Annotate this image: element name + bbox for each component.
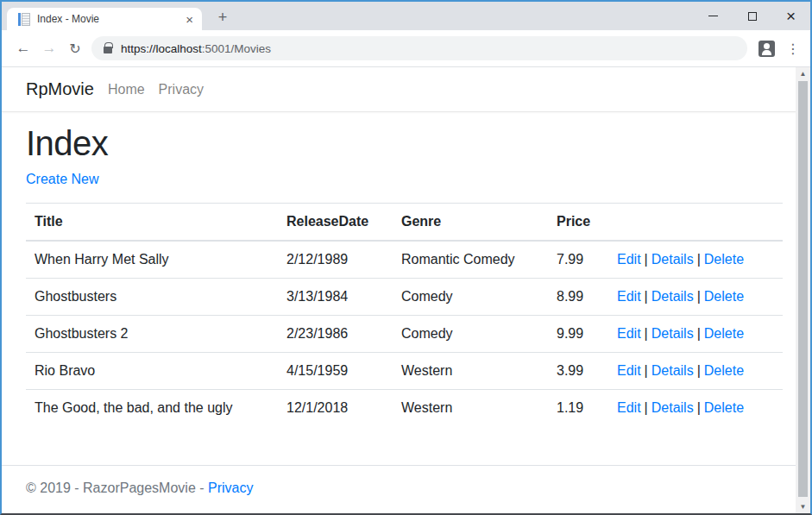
details-link[interactable]: Details xyxy=(651,400,694,415)
cell-price: 8.99 xyxy=(548,279,608,316)
link-separator: | xyxy=(697,326,701,341)
cell-release-date: 2/23/1986 xyxy=(278,316,393,353)
header-title: Title xyxy=(26,204,278,242)
maximize-icon xyxy=(748,12,757,21)
favicon-icon xyxy=(18,13,30,26)
window-controls: × xyxy=(694,2,810,30)
nav-link-privacy[interactable]: Privacy xyxy=(152,82,211,97)
browser-window: Index - Movie × + × ← → ↻ https://localh… xyxy=(0,0,812,515)
link-separator: | xyxy=(697,252,701,267)
table-row: When Harry Met Sally 2/12/1989 Romantic … xyxy=(26,241,783,279)
cell-price: 7.99 xyxy=(548,241,608,279)
lock-icon[interactable] xyxy=(104,47,112,53)
address-bar[interactable]: https://localhost:5001/Movies xyxy=(91,36,747,60)
tab-close-icon[interactable]: × xyxy=(186,13,193,26)
link-separator: | xyxy=(645,400,648,415)
cell-genre: Comedy xyxy=(393,316,548,353)
delete-link[interactable]: Delete xyxy=(704,326,744,341)
copyright-text: © 2019 - RazorPagesMovie - xyxy=(26,480,208,495)
header-release-date: ReleaseDate xyxy=(278,204,393,242)
browser-menu-icon[interactable]: ⋮ xyxy=(783,35,803,61)
vertical-scrollbar[interactable]: ▲ ▼ xyxy=(796,67,810,513)
link-separator: | xyxy=(697,363,701,378)
browser-tab[interactable]: Index - Movie × xyxy=(7,8,202,30)
site-footer: © 2019 - RazorPagesMovie - Privacy xyxy=(2,465,810,513)
cell-price: 9.99 xyxy=(548,316,608,353)
details-link[interactable]: Details xyxy=(651,326,694,341)
delete-link[interactable]: Delete xyxy=(704,363,744,378)
browser-titlebar[interactable]: Index - Movie × + × xyxy=(2,2,810,30)
cell-title: Rio Bravo xyxy=(26,353,278,390)
delete-link[interactable]: Delete xyxy=(704,252,744,267)
edit-link[interactable]: Edit xyxy=(617,289,641,304)
delete-link[interactable]: Delete xyxy=(704,400,744,415)
table-row: Ghostbusters 3/13/1984 Comedy 8.99 Edit|… xyxy=(26,279,783,316)
cell-price: 3.99 xyxy=(548,353,608,390)
new-tab-button[interactable]: + xyxy=(211,6,234,28)
link-separator: | xyxy=(645,326,648,341)
edit-link[interactable]: Edit xyxy=(617,252,641,267)
cell-actions: Edit|Details|Delete xyxy=(608,353,783,390)
table-row: The Good, the bad, and the ugly 12/1/201… xyxy=(26,390,783,427)
cell-actions: Edit|Details|Delete xyxy=(608,279,783,316)
scroll-up-icon[interactable]: ▲ xyxy=(800,67,807,80)
page-title: Index xyxy=(26,124,779,163)
reload-icon[interactable]: ↻ xyxy=(62,35,88,61)
minimize-icon xyxy=(708,16,718,16)
cell-actions: Edit|Details|Delete xyxy=(608,316,783,353)
toolbar-right: ⋮ xyxy=(755,35,803,61)
url-text[interactable]: https://localhost:5001/Movies xyxy=(121,42,271,55)
tab-title: Index - Movie xyxy=(37,13,186,25)
table-row: Ghostbusters 2 2/23/1986 Comedy 9.99 Edi… xyxy=(26,316,783,353)
url-host: https://localhost xyxy=(121,42,202,55)
page-viewport: RpMovie Home Privacy Index Create New Ti… xyxy=(2,67,810,513)
navbar-brand[interactable]: RpMovie xyxy=(26,79,94,99)
cell-release-date: 4/15/1959 xyxy=(278,353,393,390)
back-icon[interactable]: ← xyxy=(10,35,36,61)
scroll-down-icon[interactable]: ▼ xyxy=(800,500,807,513)
cell-price: 1.19 xyxy=(548,390,608,427)
edit-link[interactable]: Edit xyxy=(617,326,641,341)
details-link[interactable]: Details xyxy=(651,289,694,304)
minimize-button[interactable] xyxy=(694,2,733,30)
details-link[interactable]: Details xyxy=(651,252,694,267)
create-new-link[interactable]: Create New xyxy=(26,172,98,187)
cell-actions: Edit|Details|Delete xyxy=(608,241,783,279)
link-separator: | xyxy=(697,289,701,304)
cell-title: Ghostbusters xyxy=(26,279,278,316)
edit-link[interactable]: Edit xyxy=(617,400,641,415)
link-separator: | xyxy=(645,363,648,378)
cell-title: When Harry Met Sally xyxy=(26,241,278,279)
scrollbar-thumb[interactable] xyxy=(798,81,808,497)
browser-toolbar: ← → ↻ https://localhost:5001/Movies ⋮ xyxy=(2,30,810,67)
profile-button[interactable] xyxy=(755,37,777,60)
footer-privacy-link[interactable]: Privacy xyxy=(208,480,253,495)
edit-link[interactable]: Edit xyxy=(617,363,641,378)
cell-actions: Edit|Details|Delete xyxy=(608,390,783,427)
header-actions xyxy=(608,204,783,242)
forward-icon: → xyxy=(36,35,62,61)
movies-table: Title ReleaseDate Genre Price When Harry… xyxy=(26,203,783,426)
cell-title: The Good, the bad, and the ugly xyxy=(26,390,278,427)
link-separator: | xyxy=(645,252,648,267)
url-path: :5001/Movies xyxy=(202,42,271,55)
delete-link[interactable]: Delete xyxy=(704,289,744,304)
header-price: Price xyxy=(548,204,608,242)
details-link[interactable]: Details xyxy=(651,363,694,378)
header-genre: Genre xyxy=(393,204,548,242)
link-separator: | xyxy=(697,400,701,415)
close-button[interactable]: × xyxy=(771,2,810,30)
cell-release-date: 3/13/1984 xyxy=(278,279,393,316)
cell-release-date: 2/12/1989 xyxy=(278,241,393,279)
nav-link-home[interactable]: Home xyxy=(101,82,152,97)
link-separator: | xyxy=(645,289,648,304)
main-content: Index Create New Title ReleaseDate Genre… xyxy=(2,124,810,426)
cell-release-date: 12/1/2018 xyxy=(278,390,393,427)
site-navbar: RpMovie Home Privacy xyxy=(2,67,810,112)
close-icon: × xyxy=(786,8,796,24)
cell-genre: Romantic Comedy xyxy=(393,241,548,279)
maximize-button[interactable] xyxy=(733,2,771,30)
cell-genre: Comedy xyxy=(393,279,548,316)
cell-title: Ghostbusters 2 xyxy=(26,316,278,353)
cell-genre: Western xyxy=(393,353,548,390)
